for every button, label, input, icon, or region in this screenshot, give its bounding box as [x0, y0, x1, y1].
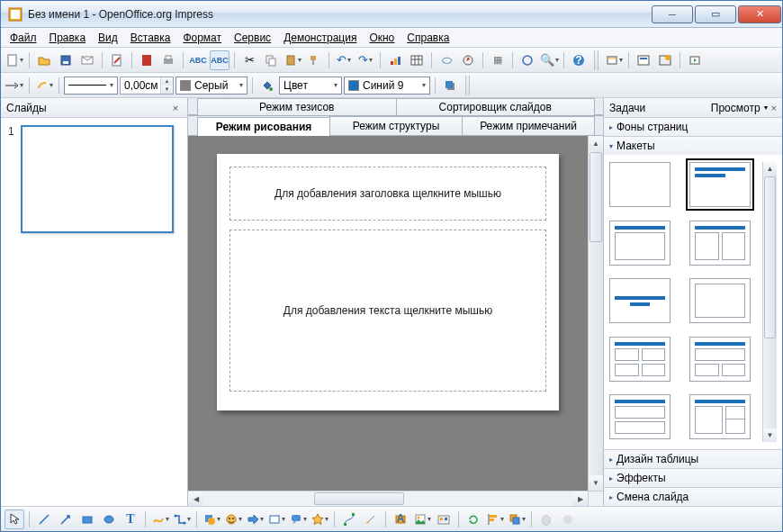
- tasks-view-drop-icon[interactable]: ▾: [764, 104, 768, 112]
- points-tool[interactable]: [339, 509, 359, 529]
- scroll-down-icon[interactable]: ▼: [763, 428, 777, 442]
- section-master-head[interactable]: ▸Фоны страниц: [604, 118, 782, 136]
- zoom-grid-button[interactable]: ▦: [488, 50, 508, 70]
- layout-2x2[interactable]: [609, 337, 670, 382]
- scroll-left-icon[interactable]: ◀: [188, 491, 203, 506]
- scroll-up-icon[interactable]: ▲: [589, 136, 603, 151]
- edit-doc-button[interactable]: [107, 50, 127, 70]
- callout-tool[interactable]: [288, 509, 308, 529]
- fill-mode-select[interactable]: Цвет: [279, 77, 342, 95]
- layout-title-only[interactable]: [609, 221, 670, 266]
- section-transition-head[interactable]: ▸Смена слайда: [604, 488, 782, 506]
- glue-tool[interactable]: [361, 509, 381, 529]
- gallery-tool[interactable]: [434, 509, 454, 529]
- zoom-button[interactable]: 🔍: [539, 50, 559, 70]
- layout-title-content[interactable]: [689, 162, 751, 207]
- line-end-button[interactable]: [34, 76, 54, 95]
- arrow-tool[interactable]: [56, 509, 76, 529]
- menu-tools[interactable]: Сервис: [229, 30, 276, 46]
- hyperlink-button[interactable]: ⬭: [436, 50, 456, 70]
- tab-drawing[interactable]: Режим рисования: [197, 117, 330, 136]
- line-color-select[interactable]: Серый: [176, 77, 248, 95]
- menu-help[interactable]: Справка: [401, 30, 454, 46]
- fill-color-select[interactable]: Синий 9: [344, 77, 430, 95]
- table-button[interactable]: [407, 50, 427, 70]
- redo-button[interactable]: ↷: [356, 50, 375, 70]
- slide-layout-button[interactable]: [634, 50, 653, 70]
- menu-window[interactable]: Окно: [364, 30, 400, 46]
- menu-edit[interactable]: Правка: [44, 30, 92, 46]
- extrusion-tool[interactable]: [536, 509, 556, 529]
- layout-side[interactable]: [689, 394, 751, 439]
- paste-button[interactable]: [283, 50, 302, 70]
- symbol-shapes-tool[interactable]: [223, 509, 243, 529]
- section-layouts-head[interactable]: ▾Макеты: [604, 137, 782, 155]
- help-button[interactable]: ?: [569, 50, 589, 70]
- tab-outline[interactable]: Режим структуры: [329, 116, 463, 135]
- maximize-button[interactable]: ▭: [695, 5, 736, 23]
- close-button[interactable]: ✕: [738, 5, 781, 23]
- save-button[interactable]: [56, 50, 76, 70]
- layout-1-2[interactable]: [689, 337, 751, 382]
- line-tool[interactable]: [34, 509, 54, 529]
- curve-tool[interactable]: [150, 509, 170, 529]
- rect-tool[interactable]: [77, 509, 97, 529]
- tab-notes[interactable]: Режим примечаний: [462, 116, 595, 135]
- ellipse-tool[interactable]: [99, 509, 119, 529]
- tasks-view-menu[interactable]: Просмотр: [711, 102, 760, 114]
- tab-outline-notes[interactable]: Режим тезисов: [197, 98, 397, 115]
- body-placeholder[interactable]: Для добавления текста щелкните мышью: [230, 230, 546, 392]
- scroll-thumb[interactable]: [764, 176, 776, 338]
- layouts-vscroll[interactable]: ▲ ▼: [762, 162, 777, 442]
- arrow-style-button[interactable]: [4, 76, 24, 95]
- select-tool[interactable]: [4, 509, 24, 529]
- connector-tool[interactable]: [172, 509, 192, 529]
- stars-tool[interactable]: [310, 509, 329, 529]
- scroll-thumb[interactable]: [314, 492, 404, 505]
- basic-shapes-tool[interactable]: [202, 509, 221, 529]
- slides-panel-close-icon[interactable]: ×: [169, 103, 182, 113]
- play-button[interactable]: [685, 50, 705, 70]
- layout-stack[interactable]: [609, 394, 670, 439]
- section-effects-head[interactable]: ▸Эффекты: [604, 469, 782, 487]
- navigator-button[interactable]: [458, 50, 478, 70]
- line-style-select[interactable]: [64, 77, 118, 95]
- basic-shapes-button[interactable]: [518, 50, 537, 70]
- align-tool[interactable]: [485, 509, 505, 529]
- menu-file[interactable]: Файл: [4, 30, 42, 46]
- email-button[interactable]: [77, 50, 97, 70]
- format-paint-button[interactable]: [304, 50, 324, 70]
- interaction-tool[interactable]: [558, 509, 578, 529]
- rotate-tool[interactable]: [464, 509, 483, 529]
- minimize-button[interactable]: ─: [652, 5, 693, 23]
- menu-slideshow[interactable]: Демонстрация: [278, 30, 362, 46]
- autospell-button[interactable]: ABC: [210, 50, 230, 70]
- slide-button[interactable]: [604, 50, 624, 70]
- line-width-input[interactable]: 0,00см▲▼: [120, 77, 174, 95]
- from-file-tool[interactable]: [412, 509, 432, 529]
- layout-content-only[interactable]: [689, 278, 751, 323]
- spellcheck-button[interactable]: ABC: [188, 50, 208, 70]
- scroll-up-icon[interactable]: ▲: [763, 162, 777, 176]
- flowchart-tool[interactable]: [266, 509, 286, 529]
- block-arrows-tool[interactable]: [245, 509, 265, 529]
- fill-bucket-button[interactable]: [257, 76, 277, 95]
- copy-button[interactable]: [261, 50, 281, 70]
- layout-blank[interactable]: [609, 162, 670, 207]
- menu-view[interactable]: Вид: [93, 30, 123, 46]
- scroll-right-icon[interactable]: ▶: [572, 491, 588, 506]
- slide-canvas[interactable]: Для добавления заголовка щелкните мышью …: [188, 136, 588, 491]
- title-placeholder[interactable]: Для добавления заголовка щелкните мышью: [230, 167, 546, 221]
- pdf-button[interactable]: [137, 50, 157, 70]
- grip[interactable]: [594, 50, 598, 70]
- grip[interactable]: [465, 76, 470, 95]
- tasks-close-icon[interactable]: ×: [771, 103, 777, 113]
- cut-button[interactable]: ✂: [239, 50, 259, 70]
- new-button[interactable]: [4, 50, 24, 70]
- print-button[interactable]: [158, 50, 178, 70]
- menu-format[interactable]: Формат: [177, 30, 227, 46]
- layout-centered[interactable]: [609, 278, 670, 323]
- section-table-head[interactable]: ▸Дизайн таблицы: [604, 450, 782, 468]
- layout-two-content[interactable]: [689, 221, 751, 266]
- slide-thumb[interactable]: 1: [8, 125, 180, 233]
